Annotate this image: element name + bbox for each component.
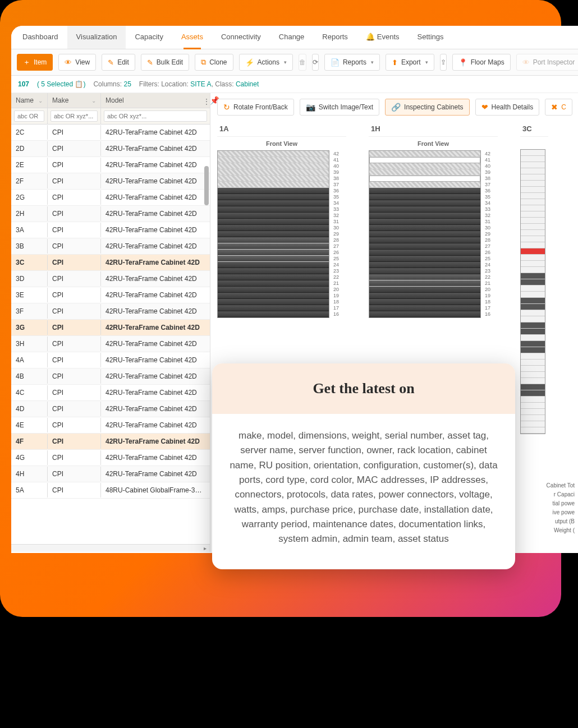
trash-icon: 🗑 <box>299 58 306 66</box>
filter-name-input[interactable] <box>14 110 44 122</box>
filter-make-input[interactable] <box>51 110 98 122</box>
table-row[interactable]: 2ECPI42RU-TeraFrame Cabinet 42D <box>11 157 210 173</box>
tab-assets[interactable]: Assets <box>172 26 212 49</box>
actions-dropdown[interactable]: ⚡Actions▾ <box>239 54 293 71</box>
table-header: Name⌄ Make⌄ Model <box>11 93 210 108</box>
cabinet-title: 1A <box>217 121 346 137</box>
sort-icon: ⌄ <box>91 98 96 104</box>
rotate-button[interactable]: ↻Rotate Front/Back <box>217 99 294 116</box>
clone-button[interactable]: ⧉Clone <box>195 54 233 71</box>
share-icon: ⇪ <box>441 58 446 66</box>
pin-icon: 📍 <box>458 58 467 67</box>
table-row[interactable]: 3ACPI42RU-TeraFrame Cabinet 42D <box>11 222 210 238</box>
toolbar: ＋Item 👁View ✎Edit ✎Bulk Edit ⧉Clone ⚡Act… <box>11 49 578 76</box>
tab-reports[interactable]: Reports <box>313 26 357 49</box>
cabinet-totals-labels: Cabinet Tot r Capaci tial powe ive powe … <box>547 481 575 535</box>
vertical-scrollbar[interactable] <box>204 166 209 205</box>
table-row[interactable]: 3CCPI42RU-TeraFrame Cabinet 42D <box>11 255 210 271</box>
table-body: 2CCPI42RU-TeraFrame Cabinet 42D2DCPI42RU… <box>11 125 210 544</box>
port-inspector-button[interactable]: 👁Port Inspector <box>516 54 578 71</box>
upload-icon: ⬆ <box>392 58 398 67</box>
trash-button[interactable]: 🗑 <box>299 54 306 71</box>
columns-info: Columns: 25 <box>93 80 131 88</box>
asset-table: Name⌄ Make⌄ Model ⋮ 📌 2CCPI42RU-TeraFram… <box>11 93 210 552</box>
share-button[interactable]: ⇪ <box>440 54 447 71</box>
cabinet-3c: 3C <box>520 121 548 434</box>
table-row[interactable]: 2FCPI42RU-TeraFrame Cabinet 42D <box>11 173 210 190</box>
filter-model-input[interactable] <box>104 110 207 122</box>
table-row[interactable]: 4ECPI42RU-TeraFrame Cabinet 42D <box>11 417 210 434</box>
view-button[interactable]: 👁View <box>58 54 96 71</box>
new-item-button[interactable]: ＋Item <box>17 54 53 71</box>
rack-1a[interactable]: 4241403938373635343332313029282726252423… <box>217 150 329 318</box>
filter-bar: 107 ( 5 Selected 📋) Columns: 25 Filters:… <box>11 76 578 93</box>
close-icon: ✖ <box>551 103 558 112</box>
more-columns-icon[interactable]: ⋮ <box>203 94 210 109</box>
edit-button[interactable]: ✎Edit <box>102 54 135 71</box>
bell-icon: 🔔 <box>366 33 375 41</box>
table-row[interactable]: 2DCPI42RU-TeraFrame Cabinet 42D <box>11 141 210 157</box>
rotate-icon: ↻ <box>223 103 230 112</box>
table-row[interactable]: 4CCPI42RU-TeraFrame Cabinet 42D <box>11 385 210 401</box>
tab-dashboard[interactable]: Dashboard <box>13 26 67 49</box>
table-row[interactable]: 5ACPI48RU-Cabinet GlobalFrame-3A-... <box>11 482 210 499</box>
tab-settings[interactable]: Settings <box>409 26 453 49</box>
filters-info: Filters: Location: SITE A, Class: Cabine… <box>139 80 259 88</box>
front-view-label: Front View <box>217 140 346 147</box>
table-row[interactable]: 4FCPI42RU-TeraFrame Cabinet 42D <box>11 434 210 450</box>
horizontal-scrollbar[interactable]: ▸ <box>11 544 210 552</box>
overlay-body: make, model, dimensions, weight, serial … <box>212 414 515 569</box>
heart-icon: ❤ <box>481 103 488 112</box>
refresh-button[interactable]: ⟳ <box>312 54 319 71</box>
table-row[interactable]: 3HCPI42RU-TeraFrame Cabinet 42D <box>11 336 210 352</box>
table-row[interactable]: 2CCPI42RU-TeraFrame Cabinet 42D <box>11 125 210 141</box>
overlay-title: Get the latest on <box>223 380 504 397</box>
table-row[interactable]: 3BCPI42RU-TeraFrame Cabinet 42D <box>11 238 210 255</box>
pencil-icon: ✎ <box>147 58 153 67</box>
col-header-name[interactable]: Name⌄ <box>11 93 48 108</box>
table-row[interactable]: 4HCPI42RU-TeraFrame Cabinet 42D <box>11 466 210 482</box>
table-row[interactable]: 4ACPI42RU-TeraFrame Cabinet 42D <box>11 352 210 368</box>
rack-1h[interactable]: 4241403938373635343332313029282726252423… <box>369 150 481 318</box>
bolt-icon: ⚡ <box>245 58 254 67</box>
table-row[interactable]: 2HCPI42RU-TeraFrame Cabinet 42D <box>11 206 210 222</box>
eye-icon: 👁 <box>65 58 72 67</box>
tab-change[interactable]: Change <box>270 26 314 49</box>
bulk-edit-button[interactable]: ✎Bulk Edit <box>141 54 189 71</box>
tab-events[interactable]: 🔔Events <box>357 26 409 49</box>
table-row[interactable]: 4BCPI42RU-TeraFrame Cabinet 42D <box>11 368 210 385</box>
table-row[interactable]: 4GCPI42RU-TeraFrame Cabinet 42D <box>11 450 210 466</box>
pencil-icon: ✎ <box>108 58 114 67</box>
refresh-icon: ⟳ <box>313 58 318 66</box>
link-icon: 🔗 <box>391 103 401 112</box>
table-row[interactable]: 2GCPI42RU-TeraFrame Cabinet 42D <box>11 190 210 206</box>
export-dropdown[interactable]: ⬆Export▾ <box>386 54 434 71</box>
copy-icon[interactable]: 📋 <box>75 80 83 88</box>
tab-capacity[interactable]: Capacity <box>126 26 172 49</box>
rack-unit-numbers: 4241403938373635343332313029282726252423… <box>333 151 339 317</box>
top-nav: DashboardVisualizationCapacityAssetsConn… <box>11 26 578 49</box>
inspecting-cabinets-button[interactable]: 🔗Inspecting Cabinets <box>385 99 469 116</box>
chevron-down-icon: ▾ <box>425 59 428 65</box>
rack-3c[interactable] <box>520 149 545 434</box>
chevron-down-icon: ▾ <box>284 59 287 65</box>
plus-icon: ＋ <box>23 57 30 67</box>
table-row[interactable]: 3DCPI42RU-TeraFrame Cabinet 42D <box>11 271 210 287</box>
close-button[interactable]: ✖C <box>545 99 572 116</box>
table-row[interactable]: 4DCPI42RU-TeraFrame Cabinet 42D <box>11 401 210 417</box>
table-row[interactable]: 3GCPI42RU-TeraFrame Cabinet 42D <box>11 320 210 336</box>
table-filter-row <box>11 108 210 125</box>
switch-image-text-button[interactable]: 📷Switch Image/Text <box>300 99 379 116</box>
col-header-model[interactable]: Model <box>101 93 210 108</box>
health-details-button[interactable]: ❤Health Details <box>475 99 540 116</box>
tab-connectivity[interactable]: Connectivity <box>212 26 270 49</box>
floor-maps-button[interactable]: 📍Floor Maps <box>452 54 511 71</box>
col-header-make[interactable]: Make⌄ <box>48 93 101 108</box>
tab-visualization[interactable]: Visualization <box>67 26 126 49</box>
info-overlay-card: Get the latest on make, model, dimension… <box>212 363 515 569</box>
row-count: 107 <box>18 80 29 88</box>
table-row[interactable]: 3FCPI42RU-TeraFrame Cabinet 42D <box>11 303 210 320</box>
reports-dropdown[interactable]: 📄Reports▾ <box>324 54 380 71</box>
table-row[interactable]: 3ECPI42RU-TeraFrame Cabinet 42D <box>11 287 210 303</box>
viz-toolbar: ↻Rotate Front/Back 📷Switch Image/Text 🔗I… <box>217 99 571 116</box>
